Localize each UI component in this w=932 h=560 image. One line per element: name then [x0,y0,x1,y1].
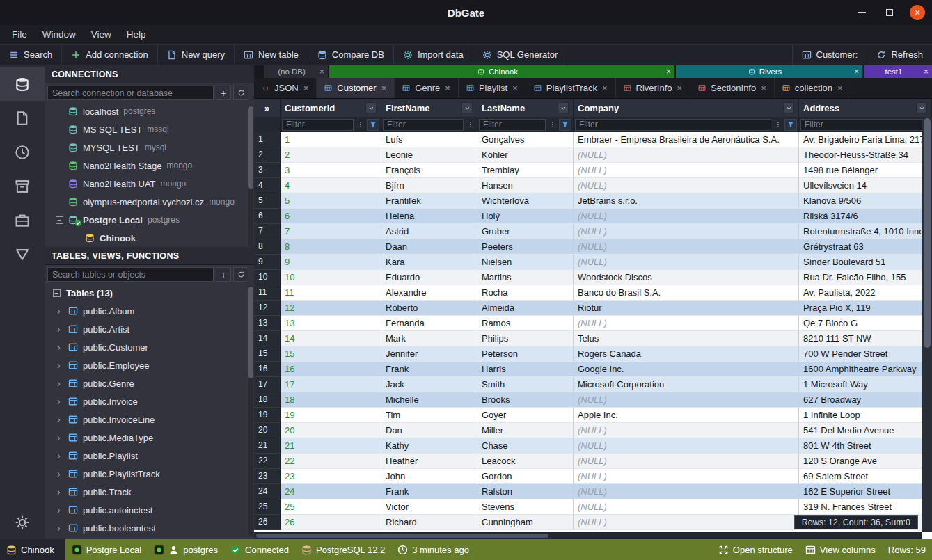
row-number[interactable]: 7 [254,224,281,239]
status-item-chinook[interactable]: Chinook [0,539,65,560]
cell-company[interactable]: Rogers Canada [574,346,799,362]
cell-company[interactable]: Riotur [574,301,799,316]
filter-funnel-button[interactable] [784,119,797,131]
close-icon[interactable]: × [319,67,324,77]
menu-file[interactable]: File [4,25,35,44]
cell-customerid[interactable]: 8 [281,239,381,255]
cell-company[interactable]: (NULL) [574,178,799,193]
tab-playlist[interactable]: Playlist× [459,78,526,98]
cell-address[interactable]: 69 Salem Street [799,469,932,484]
column-menu-button[interactable] [547,119,558,131]
cell-address[interactable]: Klanova 9/506 [799,193,932,209]
table-item-public-playlisttrack[interactable]: ›public.PlaylistTrack [45,465,254,483]
cell-firstname[interactable]: Heather [381,454,477,469]
toolbar-button-new-table[interactable]: New table [235,45,308,65]
cell-company[interactable]: (NULL) [574,392,799,408]
cell-company[interactable]: (NULL) [574,499,799,515]
cell-customerid[interactable]: 14 [281,331,381,346]
cell-firstname[interactable]: Frank [381,362,477,377]
grid-horizontal-scrollbar[interactable] [254,532,922,539]
table-item-public-employee[interactable]: ›public.Employee [45,356,254,374]
cell-company[interactable]: (NULL) [574,515,799,530]
tab-group-rivers[interactable]: Rivers× [676,65,862,78]
cell-company[interactable]: (NULL) [574,147,799,163]
cell-lastname[interactable]: Smith [477,377,574,392]
scrollbar-thumb[interactable] [248,106,253,189]
row-number[interactable]: 9 [254,255,281,270]
cell-customerid[interactable]: 24 [281,484,381,499]
cell-firstname[interactable]: Dan [381,423,477,438]
filter-input-company[interactable] [575,119,771,131]
cell-customerid[interactable]: 3 [281,163,381,178]
collapse-icon[interactable]: − [53,289,61,297]
cell-customerid[interactable]: 25 [281,499,381,515]
cell-customerid[interactable]: 20 [281,423,381,438]
connection-item-ms-sql-test[interactable]: MS SQL TESTmssql [45,120,254,138]
cell-customerid[interactable]: 11 [281,285,381,301]
status-item-postgres[interactable]: postgres [148,539,224,560]
cell-firstname[interactable]: Roberto [381,301,477,316]
cell-lastname[interactable]: Peeters [477,239,574,255]
column-menu-button[interactable] [355,119,365,131]
cell-company[interactable]: JetBrains s.r.o. [574,193,799,209]
cell-lastname[interactable]: Ramos [477,316,574,331]
tab-customer[interactable]: Customer× [317,78,395,98]
cell-address[interactable]: Qe 7 Bloco G [799,316,932,331]
cell-customerid[interactable]: 1 [281,132,381,147]
cell-address[interactable]: 627 Broadway [799,392,932,408]
sidebar-button-apps[interactable] [0,203,45,237]
cell-firstname[interactable]: Helena [381,209,477,224]
row-number[interactable]: 8 [254,239,281,255]
row-number[interactable]: 25 [254,499,281,515]
cell-lastname[interactable]: Hansen [477,178,574,193]
grid-vertical-scrollbar[interactable] [922,117,932,532]
cell-firstname[interactable]: Mark [381,331,477,346]
cell-address[interactable]: Rilská 3174/6 [799,209,932,224]
grid-expand-button[interactable]: » [254,99,281,117]
row-number[interactable]: 20 [254,423,281,438]
row-number[interactable]: 21 [254,438,281,454]
refresh-connections-button[interactable] [233,86,248,100]
close-icon[interactable]: × [837,83,843,93]
close-icon[interactable]: × [381,83,387,93]
row-number[interactable]: 14 [254,331,281,346]
connection-item-chinook[interactable]: Chinook [45,229,254,247]
status-item-postgresql-12-2[interactable]: PostgreSQL 12.2 [295,539,391,560]
cell-customerid[interactable]: 16 [281,362,381,377]
sidebar-button-settings[interactable] [0,505,45,539]
cell-address[interactable]: 1498 rue Bélanger [799,163,932,178]
close-icon[interactable]: × [602,83,608,93]
cell-firstname[interactable]: Eduardo [381,270,477,285]
close-icon[interactable]: × [445,83,450,93]
table-item-public-invoice[interactable]: ›public.Invoice [45,392,254,410]
table-item-public-customer[interactable]: ›public.Customer [45,338,254,356]
cell-lastname[interactable]: Gruber [477,224,574,239]
column-header-address[interactable]: Address [799,99,932,117]
cell-customerid[interactable]: 9 [281,255,381,270]
column-dropdown-button[interactable] [365,102,377,113]
cell-customerid[interactable]: 21 [281,438,381,454]
status-item-3-minutes-ago[interactable]: 3 minutes ago [391,539,475,560]
tab-group-no-db[interactable]: (no DB)× [264,65,328,78]
cell-customerid[interactable]: 17 [281,377,381,392]
cell-address[interactable]: 120 S Orange Ave [799,454,932,469]
tab-group-test1[interactable]: test1× [864,65,932,78]
tab-group-chinook[interactable]: Chinook× [329,65,674,78]
row-number[interactable]: 4 [254,178,281,193]
close-icon[interactable]: × [303,83,309,93]
filter-input-firstname[interactable] [383,119,464,131]
sidebar-button-archive[interactable] [0,169,45,203]
status-item-view-columns[interactable]: View columns [799,539,882,560]
row-number[interactable]: 3 [254,163,281,178]
cell-firstname[interactable]: Daan [381,239,477,255]
cell-lastname[interactable]: Nielsen [477,255,574,270]
cell-lastname[interactable]: Holý [477,209,574,224]
sidebar-button-filters[interactable] [0,237,45,271]
close-icon[interactable]: × [512,83,518,93]
connection-search-input[interactable] [47,86,214,100]
filter-funnel-button[interactable] [367,119,379,131]
cell-company[interactable]: (NULL) [574,209,799,224]
cell-address[interactable]: Av. Paulista, 2022 [799,285,932,301]
table-item-public-genre[interactable]: ›public.Genre [45,374,254,392]
close-icon[interactable]: × [666,67,671,77]
